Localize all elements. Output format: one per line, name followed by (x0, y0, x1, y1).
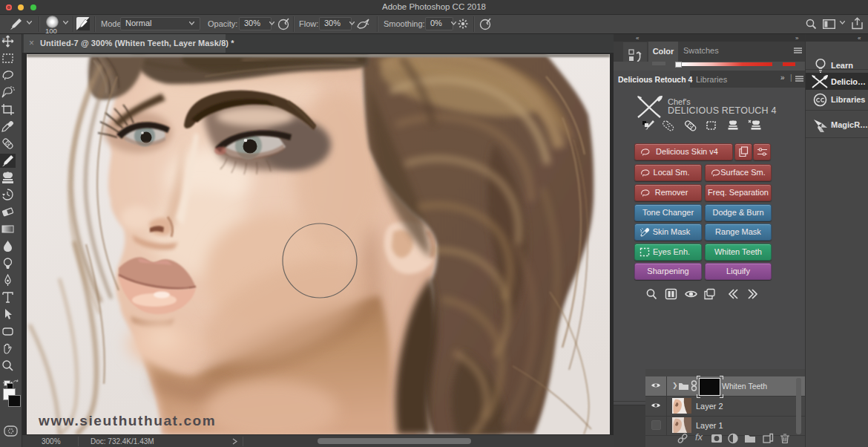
svg-text:www.sieuthuthuat.com: www.sieuthuthuat.com (38, 413, 216, 428)
